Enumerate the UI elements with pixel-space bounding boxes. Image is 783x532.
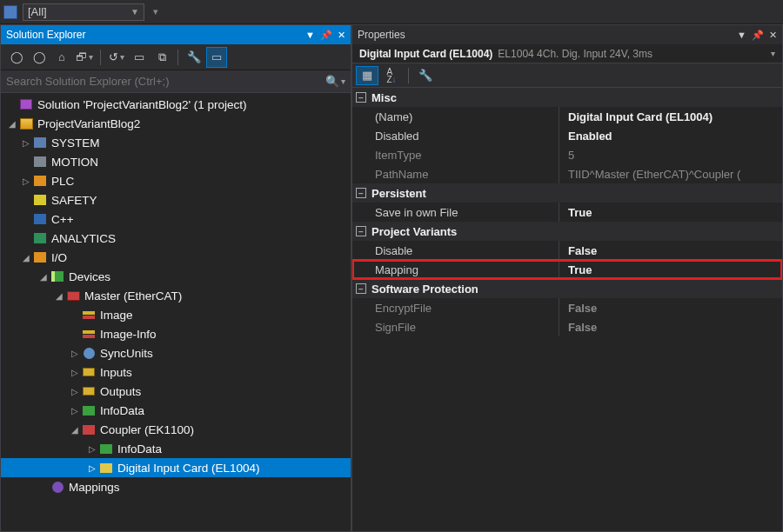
close-icon[interactable]: ✕	[338, 30, 345, 41]
tree-label: Master (EtherCAT)	[84, 289, 182, 303]
tree-master[interactable]: ◢ Master (EtherCAT)	[1, 286, 351, 305]
prop-saveown[interactable]: Save in own File True	[352, 203, 782, 222]
tree-safety[interactable]: SAFETY	[1, 190, 351, 209]
property-pages-button[interactable]: 🔧	[414, 66, 437, 85]
tree-infodata[interactable]: ▷ InfoData	[1, 401, 351, 420]
properties-button[interactable]: 🔧	[184, 47, 204, 68]
variant-combo[interactable]: [All] ▼	[23, 3, 144, 21]
expand-icon[interactable]: ▷	[20, 176, 32, 186]
tree-label: InfoData	[100, 404, 144, 417]
prop-value[interactable]: True	[559, 260, 782, 279]
tree-digital-input-card[interactable]: ▷ Digital Input Card (EL1004)	[1, 458, 351, 477]
image-info-icon	[83, 330, 95, 338]
expand-icon[interactable]: ◢	[6, 119, 18, 129]
tree-label: Solution 'ProjectVariantBlog2' (1 projec…	[37, 98, 247, 111]
tree-outputs[interactable]: ▷ Outputs	[1, 382, 351, 401]
category-label: Persistent	[371, 187, 426, 200]
forward-button[interactable]: ◯	[29, 47, 50, 68]
tree-motion[interactable]: MOTION	[1, 152, 351, 171]
preview-button[interactable]: ▭	[206, 47, 227, 68]
expand-icon[interactable]: ▷	[69, 387, 81, 396]
expand-icon[interactable]: ▷	[86, 444, 98, 454]
folder-icon	[100, 444, 112, 454]
pin-icon[interactable]: 📌	[752, 30, 764, 41]
category-project-variants[interactable]: − Project Variants	[352, 222, 782, 241]
pin-icon[interactable]: 📌	[320, 30, 332, 41]
tree-system[interactable]: ▷ SYSTEM	[1, 133, 351, 152]
prop-disabled[interactable]: Disabled Enabled	[352, 126, 782, 145]
plc-icon	[34, 176, 46, 186]
tree-label: MOTION	[51, 156, 98, 169]
category-software-protection[interactable]: − Software Protection	[352, 279, 782, 298]
properties-object-selector[interactable]: Digital Input Card (EL1004) EL1004 4Ch. …	[352, 44, 782, 63]
close-icon[interactable]: ✕	[769, 30, 777, 41]
tree-label: Mappings	[69, 481, 120, 494]
tree-coupler[interactable]: ◢ Coupler (EK1100)	[1, 420, 351, 439]
overflow-icon[interactable]: ▾	[153, 6, 158, 17]
tree-infodata2[interactable]: ▷ InfoData	[1, 439, 351, 458]
search-box[interactable]: 🔍▾	[1, 70, 351, 93]
chevron-down-icon[interactable]: ▾	[771, 49, 775, 58]
dropdown-icon[interactable]: ▼	[305, 30, 315, 40]
tree-label: InfoData	[117, 442, 162, 456]
tree-imageinfo[interactable]: Image-Info	[1, 324, 351, 343]
tree-solution-root[interactable]: Solution 'ProjectVariantBlog2' (1 projec…	[1, 95, 351, 114]
collapse-button[interactable]: ▭	[129, 47, 150, 68]
prop-name[interactable]: (Name) Digital Input Card (EL1004)	[352, 107, 782, 126]
tree-label: ANALYTICS	[51, 232, 116, 245]
category-misc[interactable]: − Misc	[352, 88, 782, 107]
search-input[interactable]	[6, 75, 325, 88]
tree-syncunits[interactable]: ▷ SyncUnits	[1, 343, 351, 362]
expand-icon[interactable]: ▷	[69, 406, 81, 416]
categorized-button[interactable]: ▦	[356, 66, 378, 85]
expand-icon[interactable]: ▷	[86, 463, 98, 473]
tree-inputs[interactable]: ▷ Inputs	[1, 362, 351, 382]
collapse-icon[interactable]: −	[356, 283, 366, 294]
expand-icon[interactable]: ◢	[53, 291, 65, 301]
tree-plc[interactable]: ▷ PLC	[1, 171, 351, 190]
category-persistent[interactable]: − Persistent	[352, 183, 782, 203]
back-button[interactable]: ◯	[6, 47, 27, 68]
tree-cpp[interactable]: C++	[1, 209, 351, 229]
tree-label: SAFETY	[51, 194, 97, 207]
collapse-icon[interactable]: −	[356, 226, 366, 236]
expand-icon[interactable]: ▷	[20, 138, 32, 148]
tree-image[interactable]: Image	[1, 305, 351, 324]
tree-devices[interactable]: ◢ Devices	[1, 267, 351, 286]
expand-icon[interactable]: ◢	[37, 272, 50, 282]
prop-value[interactable]: True	[559, 203, 782, 222]
solution-explorer-title: Solution Explorer	[6, 29, 85, 41]
terminal-icon	[100, 463, 112, 473]
property-grid[interactable]: − Misc (Name) Digital Input Card (EL1004…	[352, 88, 782, 531]
tree-mappings[interactable]: Mappings	[1, 477, 351, 496]
sync-icon	[84, 348, 95, 359]
tree-label: PLC	[51, 175, 74, 188]
tree-io[interactable]: ◢ I/O	[1, 248, 351, 267]
solution-tree[interactable]: Solution 'ProjectVariantBlog2' (1 projec…	[1, 93, 351, 531]
prop-value[interactable]: Enabled	[559, 126, 782, 145]
dropdown-icon[interactable]: ▼	[737, 30, 746, 40]
prop-disable[interactable]: Disable False	[352, 241, 782, 260]
expand-icon[interactable]: ◢	[20, 253, 32, 263]
search-icon[interactable]: 🔍▾	[325, 75, 345, 88]
tree-label: Image-Info	[100, 328, 157, 341]
alphabetical-button[interactable]: AZ↓	[380, 66, 403, 85]
tree-analytics[interactable]: ANALYTICS	[1, 229, 351, 248]
prop-value[interactable]: False	[559, 241, 782, 260]
properties-panel: Properties ▼ 📌 ✕ Digital Input Card (EL1…	[351, 24, 783, 532]
expand-icon[interactable]: ◢	[69, 425, 81, 435]
expand-icon[interactable]: ▷	[69, 349, 81, 358]
home-button[interactable]: ⌂	[51, 47, 72, 68]
collapse-icon[interactable]: −	[356, 188, 366, 198]
category-label: Software Protection	[371, 283, 478, 296]
image-icon	[83, 311, 95, 319]
showall-button[interactable]: ⧉	[151, 47, 172, 68]
collapse-icon[interactable]: −	[356, 92, 366, 103]
tree-project[interactable]: ◢ ProjectVariantBlog2	[1, 114, 351, 133]
expand-icon[interactable]: ▷	[69, 368, 81, 377]
sync-button[interactable]: 🗗▾	[74, 47, 95, 68]
history-button[interactable]: ↺▾	[106, 47, 127, 68]
prop-value[interactable]: Digital Input Card (EL1004)	[559, 107, 782, 126]
tree-label: SyncUnits	[100, 347, 153, 360]
prop-mapping[interactable]: Mapping True	[352, 260, 782, 279]
